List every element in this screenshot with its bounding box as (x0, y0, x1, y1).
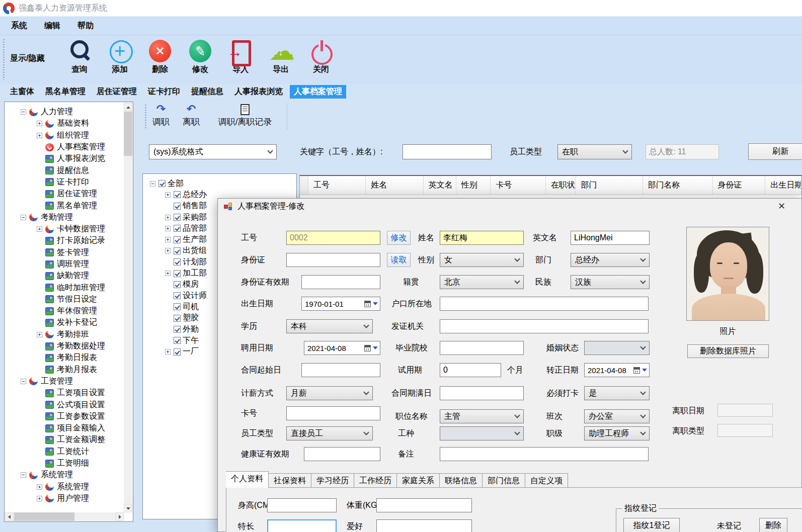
checkbox-checked-icon[interactable] (174, 303, 181, 310)
id-valid-input[interactable] (301, 275, 380, 289)
tree-expander-icon[interactable] (21, 109, 26, 115)
checkbox-checked-icon[interactable] (174, 326, 181, 333)
scroll-thumb[interactable] (124, 112, 132, 156)
transfer-button[interactable]: ↷ 调职 (149, 103, 173, 128)
must-punch-select[interactable]: 是 (584, 386, 650, 400)
menu-item[interactable]: 编辑 (44, 21, 60, 31)
dialog-titlebar[interactable]: 人事档案管理-修改 (218, 199, 801, 214)
nav-tree-item[interactable]: 考勤月报表 (10, 364, 133, 376)
checkbox-checked-icon[interactable] (174, 348, 181, 356)
nav-vertical-scrollbar[interactable] (124, 103, 132, 512)
nav-tree-item[interactable]: 公式项目设置 (10, 399, 133, 410)
height-input[interactable] (267, 498, 337, 512)
tree-expander-icon[interactable] (165, 349, 171, 354)
main-tab[interactable]: 证卡打印 (144, 85, 184, 99)
gender-select[interactable]: 女 (440, 253, 524, 267)
tree-expander-icon[interactable] (165, 237, 171, 242)
main-tab[interactable]: 主窗体 (6, 85, 38, 99)
nav-tree-item[interactable]: 缺勤管理 (10, 270, 133, 282)
position-select[interactable]: 主管 (440, 409, 524, 423)
nav-tree-item[interactable]: 节假日设定 (10, 294, 133, 305)
tree-expander-icon[interactable] (150, 181, 155, 187)
probation-input[interactable] (440, 363, 501, 377)
ethnicity-select[interactable]: 汉族 (571, 275, 650, 289)
keyword-input[interactable] (403, 144, 492, 159)
household-input[interactable] (440, 297, 649, 311)
tree-expander-icon[interactable] (165, 271, 171, 276)
refresh-button[interactable]: 刷新 (748, 143, 802, 160)
tree-expander-icon[interactable] (165, 215, 171, 220)
main-tab[interactable]: 黑名单管理 (41, 85, 90, 99)
column-header[interactable]: 身份证 (713, 176, 766, 195)
column-header[interactable]: 在职状态 (546, 176, 576, 195)
column-header[interactable]: 工号 (308, 176, 366, 195)
column-header[interactable]: 部门 (576, 176, 643, 195)
toolbar-button[interactable]: 导出 (261, 38, 301, 81)
nav-tree-item[interactable]: 工资明细 (10, 458, 133, 469)
nav-tree-item[interactable]: 发补卡登记 (10, 317, 133, 328)
scroll-thumb[interactable] (14, 512, 74, 521)
specialty-input[interactable] (267, 519, 337, 532)
health-cert-input[interactable] (304, 447, 380, 461)
tree-expander-icon[interactable] (37, 133, 42, 138)
nav-tree-item[interactable]: 黑名单管理 (10, 200, 133, 211)
detail-tab[interactable]: 学习经历 (311, 473, 354, 488)
checkbox-checked-icon[interactable] (174, 214, 181, 221)
checkbox-checked-icon[interactable] (174, 281, 181, 288)
regular-date-picker[interactable]: 2021-04-08 (584, 363, 650, 377)
menu-item[interactable]: 帮助 (77, 21, 94, 31)
nav-tree-item[interactable]: 提醒信息 (10, 164, 133, 176)
dialog-close-icon[interactable]: ✕ (778, 202, 785, 211)
transfer-resign-record-button[interactable]: 调职/离职记录 (207, 103, 283, 128)
nav-tree-item[interactable]: 临时加班管理 (10, 282, 133, 293)
nav-tree-item[interactable]: 人事报表浏览 (10, 153, 133, 164)
tree-expander-icon[interactable] (21, 379, 26, 384)
tree-expander-icon[interactable] (37, 332, 42, 337)
nav-tree-item[interactable]: 系统管理 (10, 469, 133, 481)
detail-tab[interactable]: 工作经历 (354, 473, 397, 488)
department-tree-item[interactable]: 全部 (146, 178, 296, 189)
dept-select[interactable]: 总经办 (571, 253, 650, 267)
column-header[interactable]: 姓名 (366, 176, 423, 195)
checkbox-checked-icon[interactable] (174, 191, 181, 198)
nav-tree-item[interactable]: 考勤排班 (10, 329, 133, 340)
nav-horizontal-scrollbar[interactable] (5, 512, 124, 521)
nav-tree-item[interactable]: 工资参数设置 (10, 411, 133, 422)
checkbox-checked-icon[interactable] (174, 292, 181, 299)
name-input[interactable] (440, 231, 524, 245)
main-tab[interactable]: 人事报表浏览 (230, 85, 287, 99)
tree-expander-icon[interactable] (37, 121, 42, 126)
nav-tree-item[interactable]: 签卡管理 (10, 247, 133, 258)
main-tab[interactable]: 人事档案管理 (290, 85, 346, 99)
fingerprint-register-button[interactable]: 指纹1登记 (623, 518, 680, 532)
contract-start-input[interactable] (301, 363, 380, 377)
nav-tree-item[interactable]: 工资统计 (10, 446, 133, 458)
checkbox-checked-icon[interactable] (174, 225, 181, 232)
checkbox-checked-icon[interactable] (174, 258, 181, 265)
main-tab[interactable]: 提醒信息 (187, 85, 227, 99)
nav-tree-item[interactable]: 人事档案管理 (10, 141, 133, 153)
tree-expander-icon[interactable] (21, 215, 26, 220)
scroll-down-arrow[interactable] (124, 504, 132, 512)
detail-tab[interactable]: 联络信息 (440, 473, 483, 488)
main-tab[interactable]: 居住证管理 (93, 85, 141, 99)
toolbar-button[interactable]: 关闭 (301, 38, 341, 81)
read-id-button[interactable]: 读取 (387, 253, 411, 267)
nav-tree-item[interactable]: 考勤数据处理 (10, 340, 133, 352)
nav-tree-item[interactable]: 卡钟数据管理 (10, 223, 133, 235)
marital-select[interactable] (584, 341, 650, 355)
checkbox-checked-icon[interactable] (174, 247, 181, 254)
tree-expander-icon[interactable] (165, 192, 171, 198)
tree-expander-icon[interactable] (21, 472, 26, 478)
shift-select[interactable]: 办公室 (584, 409, 650, 423)
nav-tree-item[interactable]: 基础资料 (10, 118, 133, 129)
detail-tab[interactable]: 社保资料 (269, 473, 311, 488)
nav-tree-item[interactable]: 项目金额输入 (10, 422, 133, 434)
pay-type-select[interactable]: 月薪 (286, 386, 373, 400)
tree-expander-icon[interactable] (165, 226, 171, 231)
detail-tab[interactable]: 家庭关系 (397, 473, 440, 488)
column-header[interactable]: 卡号 (491, 176, 546, 195)
nav-tree-item[interactable]: 组织管理 (10, 130, 133, 141)
nav-tree-item[interactable]: 工资管理 (10, 376, 133, 387)
checkbox-checked-icon[interactable] (174, 315, 181, 322)
